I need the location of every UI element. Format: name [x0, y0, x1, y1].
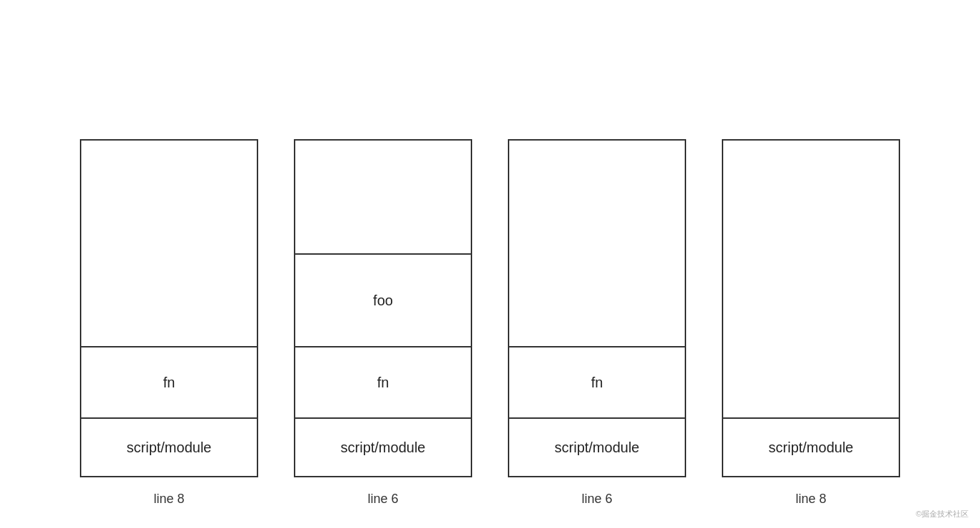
diagram-3-label: line 6 [581, 492, 612, 507]
segment-3-top [509, 141, 685, 347]
stack-box-4: script/module [722, 139, 900, 477]
diagrams-row: fn script/module line 8 foo fn script/mo… [80, 14, 900, 507]
segment-3-script: script/module [509, 419, 685, 476]
segment-2-fn: fn [295, 347, 471, 419]
segment-1-top [81, 141, 257, 347]
segment-4-top [723, 141, 899, 419]
diagram-1: fn script/module line 8 [80, 139, 258, 507]
stack-box-3: fn script/module [508, 139, 686, 477]
diagram-2-label: line 6 [367, 492, 398, 507]
diagram-2: foo fn script/module line 6 [294, 139, 472, 507]
watermark: ©掘金技术社区 [916, 509, 969, 519]
segment-4-script: script/module [723, 419, 899, 476]
diagram-4: script/module line 8 [722, 139, 900, 507]
diagram-3: fn script/module line 6 [508, 139, 686, 507]
diagram-1-label: line 8 [153, 492, 184, 507]
segment-2-foo: foo [295, 255, 471, 347]
diagram-4-label: line 8 [795, 492, 826, 507]
segment-1-fn: fn [81, 347, 257, 419]
segment-2-top [295, 141, 471, 255]
page-container: fn script/module line 8 foo fn script/mo… [0, 0, 980, 528]
segment-2-script: script/module [295, 419, 471, 476]
segment-1-script: script/module [81, 419, 257, 476]
stack-box-1: fn script/module [80, 139, 258, 477]
stack-box-2: foo fn script/module [294, 139, 472, 477]
segment-3-fn: fn [509, 347, 685, 419]
